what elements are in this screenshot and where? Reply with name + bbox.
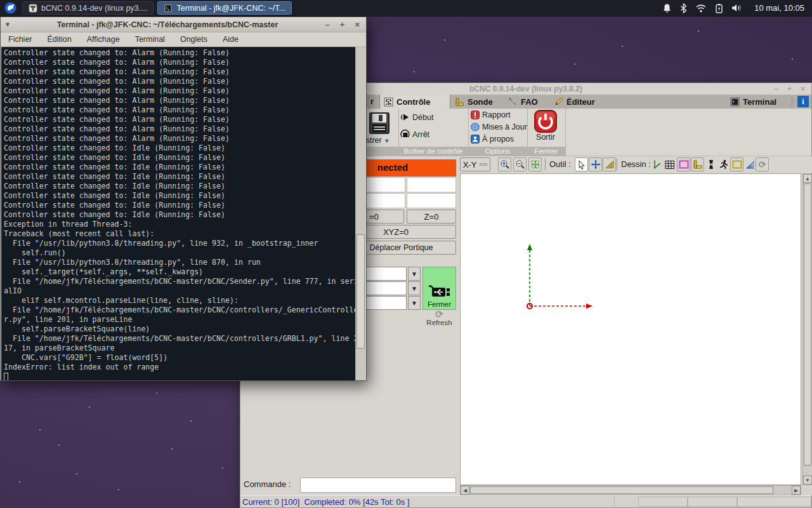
scrollbar-corner	[802, 485, 812, 495]
canvas-vertical-scrollbar[interactable]: ▲ ▼	[802, 173, 812, 485]
top-panel: bCNC 0.9.14-dev (linux py3.... Terminal …	[0, 0, 812, 17]
controller-dropdown[interactable]: ▼	[408, 296, 421, 310]
vertical-scroll-thumb[interactable]	[804, 184, 811, 465]
horizontal-scroll-thumb[interactable]	[470, 486, 773, 494]
applications-menu-button[interactable]	[2, 1, 18, 16]
debut-label: Début	[412, 113, 433, 122]
move-tool-button[interactable]	[589, 157, 602, 171]
menu-terminal[interactable]: Terminal	[135, 35, 165, 44]
terminal-minimize-button[interactable]: –	[325, 20, 330, 29]
wifi-icon[interactable]	[695, 4, 707, 13]
redraw-icon: ⟳	[759, 159, 766, 170]
canvas-toolbar: X-Y Outil : Dessin :	[459, 157, 812, 173]
wallpaper-star	[171, 448, 173, 450]
paths-icon	[707, 159, 715, 170]
tab-fao[interactable]: FAO	[504, 95, 542, 109]
wallpaper-star	[222, 467, 223, 469]
sortir-button[interactable]: Sortir	[532, 110, 560, 144]
serial-close-button[interactable]: Fermer	[422, 267, 456, 310]
terminal-close-button[interactable]: ×	[355, 20, 360, 29]
window-menu-icon[interactable]: ▼	[1, 21, 15, 28]
refresh-button[interactable]: ⟳ Refresh	[422, 310, 456, 331]
serial-port-dropdown[interactable]: ▼	[408, 267, 421, 281]
a-propos-button[interactable]: À propos	[471, 135, 514, 144]
menu-edition[interactable]: Édition	[48, 35, 72, 44]
status-divider	[614, 497, 615, 507]
draw-paths-button[interactable]	[705, 158, 717, 171]
taskbar-button-terminal[interactable]: Terminal - jfk@JFK-CNC: ~/T...	[157, 1, 291, 15]
floppy-icon	[369, 112, 390, 135]
select-tool-button[interactable]	[575, 157, 588, 171]
filter-inactive-button[interactable]	[744, 158, 757, 171]
terminal-scrollbar[interactable]	[355, 47, 365, 380]
bcnc-app-icon	[29, 4, 37, 13]
dessin-label: Dessin :	[617, 159, 651, 170]
terminal-titlebar[interactable]: ▼ Terminal - jfk@JFK-CNC: ~/Téléchargeme…	[1, 17, 366, 32]
draw-probe-button[interactable]	[691, 157, 704, 171]
cursor-icon	[577, 160, 586, 170]
clock[interactable]: 10 mai, 10:05	[754, 3, 804, 13]
bluetooth-icon[interactable]	[680, 3, 687, 13]
draw-margin-button[interactable]	[677, 157, 690, 171]
wallpaper-star	[792, 58, 793, 60]
terminal-app-icon	[164, 4, 173, 13]
scroll-right-arrow[interactable]: ▶	[792, 486, 801, 495]
save-button[interactable]	[369, 112, 390, 135]
rapport-label: Rapport	[482, 110, 510, 119]
battery-charging-icon[interactable]	[715, 3, 723, 13]
draw-rapid-button[interactable]	[717, 158, 730, 171]
terminal-output[interactable]: Controller state changed to: Alarm (Runn…	[1, 47, 357, 380]
zoom-out-button[interactable]	[513, 157, 527, 171]
mises-a-jour-button[interactable]: Mises à Jour	[471, 123, 527, 131]
wallpaper-star	[39, 429, 41, 431]
taskbar-button-bcnc[interactable]: bCNC 0.9.14-dev (linux py3....	[22, 1, 154, 15]
view-select-button[interactable]: X-Y	[460, 157, 490, 171]
terminal-cursor	[4, 373, 8, 380]
terminal-menubar: Fichier Édition Affichage Terminal Ongle…	[1, 32, 366, 47]
tab-terminal[interactable]: Terminal	[726, 95, 780, 109]
command-input[interactable]	[300, 478, 456, 493]
scroll-up-arrow[interactable]: ▲	[803, 174, 812, 183]
info-button[interactable]: i	[797, 96, 809, 107]
redraw-button[interactable]: ⟳	[756, 157, 769, 171]
canvas-horizontal-scrollbar[interactable]: ◀ ▶	[460, 485, 801, 495]
view-select-label: X-Y	[463, 160, 477, 170]
wallpaper-star	[622, 46, 623, 47]
scroll-left-arrow[interactable]: ◀	[461, 486, 469, 495]
menu-fichier[interactable]: Fichier	[8, 35, 32, 44]
zoom-in-button[interactable]	[498, 157, 511, 171]
debut-button[interactable]: Début	[400, 112, 433, 122]
gcode-canvas[interactable]	[460, 173, 801, 485]
wallpaper-star	[156, 392, 157, 394]
draw-grid-button[interactable]	[664, 158, 676, 171]
terminal-tab-icon	[730, 97, 740, 107]
tab-editeur-label: Éditeur	[566, 97, 595, 107]
menu-affichage[interactable]: Affichage	[87, 35, 120, 44]
terminal-maximize-button[interactable]: +	[340, 20, 345, 29]
scroll-down-arrow[interactable]: ▼	[803, 476, 812, 485]
baudrate-dropdown[interactable]: ▼	[408, 281, 421, 295]
draw-axes-button[interactable]	[650, 158, 663, 171]
fan-lines-icon	[745, 159, 756, 170]
zoom-fit-button[interactable]	[528, 157, 542, 171]
menu-aide[interactable]: Aide	[223, 35, 239, 44]
volume-icon[interactable]	[731, 3, 743, 13]
running-man-icon	[719, 159, 729, 170]
draw-workarea-button[interactable]	[730, 157, 743, 171]
play-icon	[400, 112, 410, 122]
terminal-scroll-thumb[interactable]	[357, 234, 365, 349]
status-cell	[737, 497, 811, 507]
margin-rect-icon	[679, 160, 689, 169]
tab-editeur[interactable]: Éditeur	[550, 95, 599, 109]
notifications-icon[interactable]	[662, 3, 672, 13]
arret-button[interactable]: Arrêt	[400, 130, 429, 139]
ruler-tool-button[interactable]	[603, 157, 616, 171]
rapport-button[interactable]: Rapport	[471, 110, 510, 119]
group-band-options: Options	[468, 147, 527, 156]
tab-controle[interactable]: Contrôle	[379, 95, 450, 109]
zero-z-button[interactable]: Z=0	[407, 210, 456, 224]
menu-onglets[interactable]: Onglets	[180, 35, 207, 44]
whisker-menu-icon	[4, 2, 16, 14]
tab-sonde[interactable]: Sonde	[451, 95, 497, 109]
probe-ruler-icon	[455, 97, 464, 107]
